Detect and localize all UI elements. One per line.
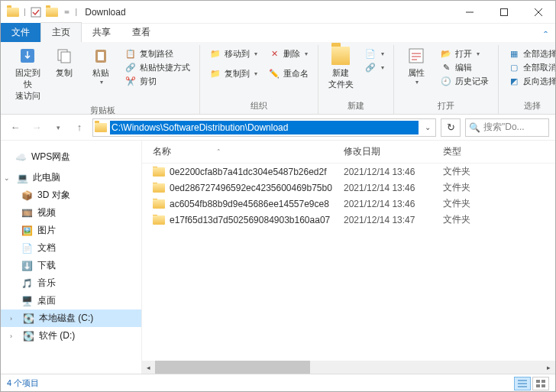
back-button[interactable]: ← [7, 119, 24, 136]
svg-rect-2 [500, 8, 507, 15]
copy-to-button[interactable]: 📁复制到▾ [209, 66, 257, 80]
file-list[interactable]: 0e2200cfa8b7a41dc304e5487b26ed2f2021/12/… [142, 164, 555, 361]
svg-rect-14 [536, 380, 540, 383]
clipboard-group-label: 剪贴板 [90, 103, 115, 118]
new-folder-button[interactable]: 新建 文件夹 [325, 45, 357, 92]
history-button[interactable]: 🕘历史记录 [440, 74, 489, 88]
sidebar-item[interactable]: 🖥️桌面 [1, 292, 141, 309]
sidebar-this-pc[interactable]: ⌄💻此电脑 [1, 169, 141, 186]
select-extra: ▦全部选择 ▢全部取消 ◩反向选择 [505, 45, 556, 89]
sidebar-item[interactable]: 🎞️视频 [1, 204, 141, 222]
address-input[interactable] [110, 121, 419, 134]
sidebar-item[interactable]: 📄文档 [1, 239, 141, 257]
maximize-button[interactable] [486, 1, 521, 24]
forward-button[interactable]: → [28, 119, 45, 136]
sidebar-item[interactable]: 🖼️图片 [1, 222, 141, 239]
svg-rect-17 [541, 384, 545, 387]
svg-rect-0 [31, 8, 40, 17]
sidebar-wps[interactable]: ☁️WPS网盘 [1, 148, 141, 166]
rename-button[interactable]: ✏️重命名 [268, 66, 309, 80]
sidebar-local-disk[interactable]: ›💽本地磁盘 (C:) [1, 309, 141, 327]
col-name[interactable]: 名称 [153, 145, 171, 158]
desktop-icon: 🖥️ [21, 295, 33, 307]
organize-group-label: 组织 [251, 99, 267, 114]
properties-button[interactable]: 属性▾ [400, 45, 432, 87]
scroll-left[interactable]: ◂ [142, 361, 155, 374]
download-icon: ⬇️ [21, 260, 33, 272]
col-date[interactable]: 修改日期 [344, 145, 443, 158]
select-none-button[interactable]: ▢全部取消 [508, 60, 556, 74]
svg-rect-7 [61, 52, 70, 63]
svg-rect-10 [409, 49, 423, 63]
folder-icon [153, 199, 165, 209]
tab-file[interactable]: 文件 [1, 23, 40, 42]
help-button[interactable]: ˆ [544, 30, 548, 42]
pin-button[interactable]: 固定到快 速访问 [11, 45, 44, 103]
tab-view[interactable]: 查看 [121, 23, 161, 42]
easy-access-button[interactable]: 🔗▾ [364, 60, 384, 74]
svg-rect-15 [541, 380, 545, 383]
copy-button[interactable]: 复制 [48, 45, 80, 80]
open-button[interactable]: 📂打开▾ [440, 47, 480, 60]
scroll-thumb[interactable] [155, 361, 310, 374]
delete-button[interactable]: ✕删除▾ [268, 47, 308, 60]
sort-indicator: ˄ [217, 148, 221, 156]
select-group-label: 选择 [524, 99, 541, 114]
search-icon: 🔍 [469, 122, 480, 133]
address-folder-icon [95, 123, 107, 132]
doc-icon: 📄 [21, 242, 33, 254]
scroll-right[interactable]: ▸ [542, 361, 555, 374]
move-to-button[interactable]: 📁移动到▾ [209, 47, 257, 60]
select-all-button[interactable]: ▦全部选择 [508, 47, 556, 60]
new-item-button[interactable]: 📄▾ [364, 47, 384, 60]
image-icon: 🖼️ [21, 225, 33, 237]
copy-path-button[interactable]: 📋复制路径 [124, 47, 173, 60]
sidebar-soft-disk[interactable]: ›💽软件 (D:) [1, 327, 141, 345]
sidebar-item[interactable]: ⬇️下载 [1, 257, 141, 274]
window-title: Download [77, 7, 125, 18]
table-row[interactable]: 0e2200cfa8b7a41dc304e5487b26ed2f2021/12/… [142, 164, 555, 180]
qat-overflow[interactable]: ＝ [63, 6, 71, 18]
app-icon [7, 8, 19, 17]
table-row[interactable]: ac6054fb88b9d9e45686ee14557e9ce82021/12/… [142, 196, 555, 212]
sidebar-item[interactable]: 📦3D 对象 [1, 186, 141, 204]
tab-share[interactable]: 共享 [82, 23, 121, 42]
sidebar[interactable]: ☁️WPS网盘 ⌄💻此电脑 📦3D 对象🎞️视频🖼️图片📄文档⬇️下载🎵音乐🖥️… [1, 141, 142, 374]
horizontal-scrollbar[interactable]: ◂ ▸ [142, 361, 555, 374]
new-extra: 📄▾ 🔗▾ [361, 45, 387, 76]
qat-folder-icon[interactable] [46, 8, 58, 17]
video-icon: 🎞️ [21, 207, 33, 219]
search-box[interactable]: 🔍 搜索"Do... [465, 118, 549, 137]
cube-icon: 📦 [21, 190, 33, 202]
cut-button[interactable]: ✂️剪切 [124, 74, 157, 88]
table-row[interactable]: e17f65d13d7d502569084903b160aa072021/12/… [142, 212, 555, 228]
checkbox-icon[interactable] [31, 7, 41, 18]
qat-sep: | [24, 8, 26, 16]
svg-rect-9 [98, 52, 104, 60]
minimize-button[interactable] [452, 1, 486, 24]
address-dropdown[interactable]: ⌄ [422, 123, 434, 131]
recent-dropdown[interactable]: ▾ [50, 119, 66, 136]
view-icons-button[interactable] [532, 377, 549, 390]
table-row[interactable]: 0ed286727496592ec4235600469b75b02021/12/… [142, 180, 555, 196]
music-icon: 🎵 [21, 277, 33, 290]
column-headers[interactable]: 名称˄ 修改日期 类型 [142, 141, 555, 164]
tab-home[interactable]: 主页 [40, 22, 82, 42]
view-details-button[interactable] [514, 377, 531, 390]
sidebar-item[interactable]: 🎵音乐 [1, 274, 141, 292]
organize-col2: ✕删除▾ ✏️重命名 [265, 45, 312, 82]
address-bar[interactable]: ⌄ [92, 118, 436, 137]
paste-shortcut-button[interactable]: 🔗粘贴快捷方式 [124, 60, 190, 74]
edit-button[interactable]: ✎编辑 [440, 60, 472, 74]
up-button[interactable]: ↑ [71, 119, 88, 136]
svg-rect-16 [536, 384, 540, 387]
close-button[interactable] [521, 1, 555, 24]
folder-icon [153, 167, 165, 177]
new-group-label: 新建 [348, 99, 364, 114]
invert-selection-button[interactable]: ◩反向选择 [508, 74, 556, 88]
clipboard-extra: 📋复制路径 🔗粘贴快捷方式 ✂️剪切 [121, 45, 193, 89]
paste-button[interactable]: 粘贴▾ [85, 45, 117, 87]
refresh-button[interactable]: ↻ [441, 118, 461, 137]
folder-icon [153, 215, 165, 225]
col-type[interactable]: 类型 [443, 145, 549, 158]
